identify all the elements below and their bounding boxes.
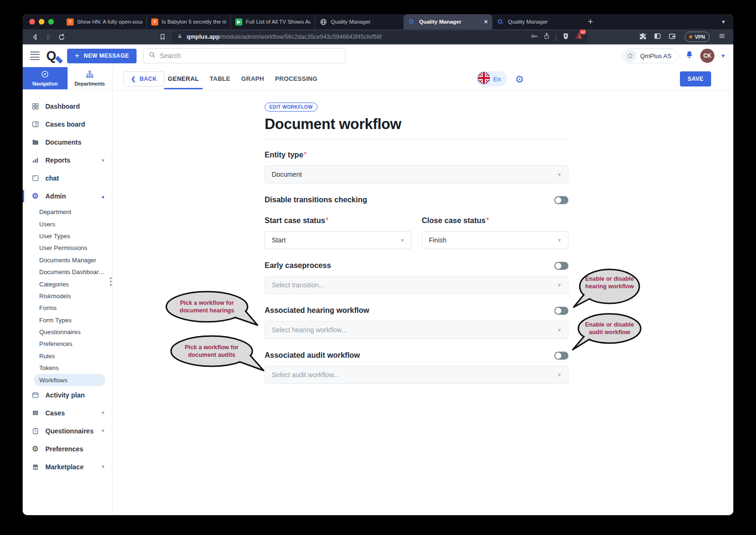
- browser-tab[interactable]: Y Show HN: A fully open-source (Apa: [62, 14, 146, 29]
- sidebar-panel-icon[interactable]: [653, 32, 662, 42]
- close-case-status-select[interactable]: Finish ▼: [422, 231, 569, 249]
- audit-workflow-toggle[interactable]: [554, 352, 568, 360]
- app-header: Q + NEW MESSAGE QmPlus AS CK ▼: [23, 44, 733, 67]
- forward-navigation-icon[interactable]: [42, 33, 55, 41]
- sidebar-item-documents[interactable]: Documents: [23, 133, 112, 151]
- qmplus-logo[interactable]: Q: [46, 48, 60, 63]
- sidebar-item-riskmodels[interactable]: Riskmodels: [23, 290, 112, 302]
- callout-pick-hearing-workflow: Pick a workflow for document hearings: [164, 289, 264, 329]
- dashboard-grid-icon: [31, 103, 39, 111]
- sidebar-item-rules[interactable]: Rules: [23, 350, 112, 362]
- sidebar-item-chat[interactable]: chat: [23, 169, 112, 187]
- sidebar-item-cases-board[interactable]: Cases board: [23, 115, 112, 133]
- app-menu-icon[interactable]: [30, 52, 40, 60]
- sidebar-item-dashboard[interactable]: Dashboard: [23, 97, 112, 115]
- new-message-button[interactable]: + NEW MESSAGE: [67, 49, 137, 63]
- share-icon[interactable]: [543, 32, 550, 42]
- search-box[interactable]: [143, 48, 345, 63]
- hearing-workflow-select[interactable]: Select hearing workflow... ▼: [265, 321, 568, 339]
- sidebar-item-tokens[interactable]: Tokens: [23, 362, 112, 374]
- sidebar-tab-departments[interactable]: Departments: [68, 67, 112, 89]
- browser-tab[interactable]: Quality Manager: [315, 14, 404, 29]
- adguard-icon[interactable]: 12: [575, 32, 583, 42]
- sidebar-item-categories[interactable]: Categories: [23, 278, 112, 290]
- start-case-status-select[interactable]: Start ▼: [265, 231, 412, 249]
- sidebar-item-workflows[interactable]: Workflows: [34, 374, 105, 386]
- address-bar[interactable]: qmplus.app/module/admin/workflow/56c2dac…: [172, 31, 588, 43]
- sidebar-item-department[interactable]: Department: [23, 206, 112, 218]
- tab-general[interactable]: GENERAL: [168, 67, 199, 90]
- adguard-badge: 12: [579, 29, 586, 35]
- refresh-icon[interactable]: [55, 33, 68, 41]
- sidebar-item-questionnaires[interactable]: ? Questionnaires ▼: [23, 422, 112, 440]
- new-tab-button[interactable]: +: [581, 17, 600, 27]
- url-text: qmplus.app/module/admin/workflow/56c2dac…: [187, 34, 382, 40]
- wallet-icon[interactable]: [668, 32, 676, 42]
- tv-site-favicon: ▶: [235, 18, 242, 26]
- sidebar-item-users[interactable]: Users: [23, 218, 112, 230]
- browser-tab-active[interactable]: Quality Manager ✕: [404, 14, 492, 29]
- lock-icon: [177, 33, 183, 41]
- brave-shield-icon[interactable]: [562, 32, 570, 42]
- tab-search-chevron-icon[interactable]: ▾: [722, 18, 733, 25]
- sidebar-item-documents-dashboard[interactable]: Documents Dashboar…: [23, 266, 112, 278]
- save-button[interactable]: SAVE: [680, 71, 711, 86]
- tab-table[interactable]: TABLE: [210, 67, 231, 90]
- zoom-window-button[interactable]: [48, 19, 54, 25]
- field-disable-transitions: Disable transitions checking: [265, 196, 568, 204]
- avatar[interactable]: CK: [700, 49, 714, 63]
- sidebar-item-marketplace[interactable]: Marketplace ▼: [23, 458, 112, 476]
- sidebar-tab-navigation[interactable]: Navigation: [23, 67, 68, 89]
- close-window-button[interactable]: [29, 19, 35, 25]
- password-key-icon[interactable]: [530, 32, 538, 42]
- chevron-down-icon: ▼: [101, 158, 105, 163]
- entity-type-select[interactable]: Document ▼: [265, 165, 568, 183]
- back-button[interactable]: ❮ BACK: [123, 71, 164, 86]
- extensions-puzzle-icon[interactable]: [639, 32, 647, 42]
- field-start-case-status: Start case status* Start ▼: [265, 216, 412, 249]
- field-audit-workflow: Associated audit workflow: [265, 351, 568, 360]
- sidebar-item-preferences[interactable]: ⚙ Preferences: [23, 440, 112, 458]
- disable-transitions-toggle[interactable]: [554, 196, 568, 204]
- tab-processing[interactable]: PROCESSING: [275, 67, 318, 90]
- back-navigation-icon[interactable]: [28, 33, 42, 41]
- sidebar-item-form-types[interactable]: Form Types: [23, 314, 112, 326]
- sidebar-item-questionnaires-admin[interactable]: Questionnaires: [23, 326, 112, 338]
- minimize-window-button[interactable]: [39, 19, 44, 25]
- account-chevron-down-icon[interactable]: ▼: [721, 53, 726, 59]
- close-tab-icon[interactable]: ✕: [482, 19, 488, 25]
- bookmark-icon[interactable]: [156, 33, 169, 41]
- early-caseprocess-select[interactable]: Select transition... ▼: [265, 276, 568, 294]
- sidebar-item-user-permissions[interactable]: User Permissions: [23, 242, 112, 254]
- sidebar-item-documents-manager[interactable]: Documents Manager: [23, 254, 112, 266]
- browser-tab[interactable]: ▶ Full List of All TV Shows Available S: [231, 14, 315, 29]
- drag-handle-icon[interactable]: ▪▪▪: [110, 276, 112, 286]
- hearing-workflow-toggle[interactable]: [554, 307, 568, 315]
- language-selector[interactable]: En: [476, 71, 507, 86]
- sidebar-item-user-types[interactable]: User Types: [23, 230, 112, 242]
- notifications-bell-icon[interactable]: [685, 50, 694, 61]
- sidebar: Navigation Departments Dashboard: [23, 67, 112, 515]
- early-caseprocess-toggle[interactable]: [554, 262, 568, 270]
- required-marker: *: [304, 151, 307, 159]
- settings-gear-icon[interactable]: ⚙: [515, 74, 524, 84]
- audit-workflow-select[interactable]: Select audit workflow... ▼: [265, 366, 568, 384]
- sidebar-item-forms[interactable]: Forms: [23, 302, 112, 314]
- vpn-button[interactable]: VPN: [685, 32, 710, 42]
- admin-submenu: Department Users User Types User Permiss…: [23, 205, 112, 386]
- browser-tab[interactable]: Quality Manager: [492, 14, 581, 29]
- sidebar-item-preferences-admin[interactable]: Preferences: [23, 338, 112, 350]
- sidebar-resize-divider[interactable]: ▪▪▪: [112, 67, 112, 515]
- account-selector[interactable]: QmPlus AS: [622, 48, 679, 63]
- sidebar-item-reports[interactable]: Reports ▼: [23, 151, 112, 169]
- search-input[interactable]: [160, 52, 340, 60]
- sidebar-item-activity-plan[interactable]: Activity plan: [23, 386, 112, 404]
- browser-menu-icon[interactable]: [718, 32, 726, 42]
- sidebar-item-cases[interactable]: Cases ▼: [23, 404, 112, 422]
- window-controls[interactable]: [23, 19, 62, 25]
- callout-pick-audit-workflow: Pick a workflow for document audits: [169, 334, 268, 374]
- browser-tab[interactable]: Y Is Babylon 5 secretly the most influ: [146, 14, 231, 29]
- tab-graph[interactable]: GRAPH: [241, 67, 264, 90]
- sidebar-item-admin[interactable]: ⚙ Admin ▲: [23, 187, 112, 205]
- select-chevron-icon: ▼: [400, 238, 405, 243]
